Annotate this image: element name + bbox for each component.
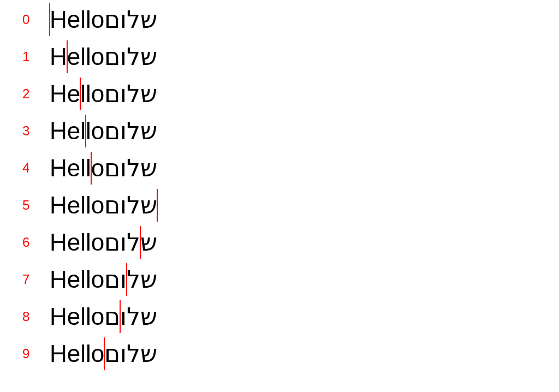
rtl-segment: שלום [104,303,157,330]
row-index: 7 [22,272,29,287]
mixed-text: Helloשלום [50,303,157,330]
rtl-segment: שלום [104,266,157,293]
text-wrap: Helloשלום [50,150,157,187]
text-wrap: Helloשלום [50,335,157,372]
caret [157,189,158,222]
ltr-segment: Hello [50,80,104,107]
caret-positions-diagram: 0Helloשלום1Helloשלום2Helloשלום3Helloשלום… [0,0,559,392]
text-wrap: Helloשלום [50,1,157,38]
row: 7Helloשלום [0,261,559,298]
rtl-segment: שלום [104,340,157,367]
row-index: 6 [22,235,29,250]
text-wrap: Helloשלום [50,75,157,112]
ltr-segment: Hello [50,43,104,70]
rtl-segment: שלום [104,43,157,70]
row: 8Helloשלום [0,298,559,335]
ltr-segment: Hello [50,340,104,367]
text-wrap: Helloשלום [50,298,157,335]
caret [49,3,50,36]
mixed-text: Helloשלום [50,155,157,181]
row-index: 5 [22,198,29,213]
ltr-segment: Hello [50,117,104,144]
row-index: 0 [22,12,29,27]
mixed-text: Helloשלום [50,117,157,144]
mixed-text: Helloשלום [50,229,157,256]
ltr-segment: Hello [50,266,104,293]
mixed-text: Helloשלום [50,43,157,70]
caret [140,226,141,259]
rtl-segment: שלום [104,229,157,256]
row-index: 8 [22,309,29,324]
text-wrap: Helloשלום [50,224,157,261]
mixed-text: Helloשלום [50,192,157,218]
rtl-segment: שלום [104,80,157,107]
rtl-segment: שלום [104,117,157,144]
rtl-segment: שלום [104,155,157,181]
row: 0Helloשלום [0,1,559,38]
rtl-segment: שלום [104,192,157,218]
row: 2Helloשלום [0,75,559,112]
row-index: 1 [22,49,29,64]
caret [120,300,121,333]
row-index: 2 [22,86,29,102]
text-wrap: Helloשלום [50,112,157,150]
row-index: 3 [22,123,29,139]
text-wrap: Helloשלום [50,261,157,298]
row: 3Helloשלום [0,112,559,150]
row: 5Helloשלום [0,187,559,224]
rtl-segment: שלום [104,6,157,33]
ltr-segment: Hello [50,303,104,330]
caret [80,78,81,110]
caret [67,40,68,73]
ltr-segment: Hello [50,6,104,33]
row: 9Helloשלום [0,335,559,372]
caret [91,152,92,185]
caret [104,337,105,370]
row-index: 9 [22,346,29,361]
text-wrap: Helloשלום [50,38,157,75]
row: 6Helloשלום [0,224,559,261]
row: 4Helloשלום [0,150,559,187]
mixed-text: Helloשלום [50,80,157,107]
ltr-segment: Hello [50,155,104,181]
caret [85,115,86,147]
caret [126,263,127,296]
ltr-segment: Hello [50,192,104,218]
ltr-segment: Hello [50,229,104,256]
row-index: 4 [22,161,29,176]
mixed-text: Helloשלום [50,6,157,33]
text-wrap: Helloשלום [50,187,157,224]
row: 1Helloשלום [0,38,559,75]
mixed-text: Helloשלום [50,266,157,293]
